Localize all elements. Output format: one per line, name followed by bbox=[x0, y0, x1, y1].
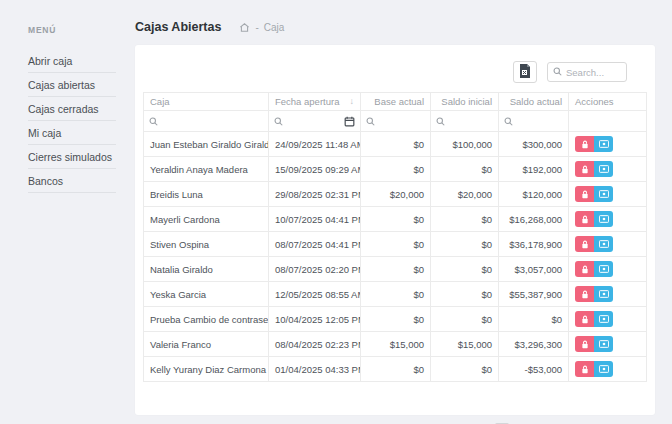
cell-inicial: $0 bbox=[431, 307, 499, 332]
filter-base[interactable] bbox=[361, 111, 431, 132]
close-box-button[interactable] bbox=[575, 261, 594, 277]
table-row: Breidis Luna 29/08/2025 02:31 PM $20,000… bbox=[144, 182, 647, 207]
cell-fecha: 24/09/2025 11:48 AM bbox=[269, 132, 361, 157]
cell-caja: Yeska Garcia bbox=[144, 282, 269, 307]
table-row: Yeraldin Anaya Madera 15/09/2025 09:29 A… bbox=[144, 157, 647, 182]
movements-button[interactable] bbox=[594, 161, 613, 177]
cell-base: $0 bbox=[361, 132, 431, 157]
sidebar-menu-list: Abrir caja Cajas abiertas Cajas cerradas… bbox=[28, 49, 116, 193]
column-header-caja[interactable]: Caja bbox=[144, 93, 269, 111]
cell-acciones bbox=[569, 182, 647, 207]
cell-fecha: 15/09/2025 09:29 AM bbox=[269, 157, 361, 182]
sort-desc-icon[interactable]: ↓ bbox=[350, 96, 355, 106]
movements-button[interactable] bbox=[594, 336, 613, 352]
column-header-fecha[interactable]: Fecha apertura ↓ bbox=[269, 93, 361, 111]
cell-actual: $120,000 bbox=[499, 182, 569, 207]
cell-caja: Mayerli Cardona bbox=[144, 207, 269, 232]
search-icon bbox=[553, 67, 562, 78]
sidebar-item[interactable]: Mi caja bbox=[28, 121, 116, 145]
cell-base: $0 bbox=[361, 232, 431, 257]
cell-actual: $16,268,000 bbox=[499, 207, 569, 232]
cell-acciones bbox=[569, 282, 647, 307]
export-excel-button[interactable] bbox=[513, 61, 537, 83]
home-icon[interactable] bbox=[239, 22, 250, 33]
money-icon bbox=[599, 190, 609, 198]
cell-base: $0 bbox=[361, 207, 431, 232]
table-row: Prueba Cambio de contraseña 10/04/2025 1… bbox=[144, 307, 647, 332]
cell-caja: Juan Esteban Giraldo Giraldo bbox=[144, 132, 269, 157]
cell-fecha: 10/07/2025 04:41 PM bbox=[269, 207, 361, 232]
sidebar-item[interactable]: Bancos bbox=[28, 169, 116, 193]
column-header-inicial[interactable]: Saldo inicial bbox=[431, 93, 499, 111]
cell-fecha: 29/08/2025 02:31 PM bbox=[269, 182, 361, 207]
cell-fecha: 08/07/2025 02:20 PM bbox=[269, 257, 361, 282]
close-box-button[interactable] bbox=[575, 361, 594, 377]
close-box-button[interactable] bbox=[575, 186, 594, 202]
movements-button[interactable] bbox=[594, 186, 613, 202]
movements-button[interactable] bbox=[594, 211, 613, 227]
table-row: Juan Esteban Giraldo Giraldo 24/09/2025 … bbox=[144, 132, 647, 157]
cell-base: $0 bbox=[361, 157, 431, 182]
close-box-button[interactable] bbox=[575, 336, 594, 352]
filter-acciones-empty bbox=[569, 111, 647, 132]
calendar-icon bbox=[344, 116, 355, 127]
column-header-base[interactable]: Base actual bbox=[361, 93, 431, 111]
sidebar-item[interactable]: Cajas cerradas bbox=[28, 97, 116, 121]
cell-caja: Natalia Giraldo bbox=[144, 257, 269, 282]
cell-caja: Yeraldin Anaya Madera bbox=[144, 157, 269, 182]
search-input[interactable] bbox=[566, 67, 621, 78]
movements-button[interactable] bbox=[594, 311, 613, 327]
column-header-actual[interactable]: Saldo actual bbox=[499, 93, 569, 111]
filter-caja[interactable] bbox=[144, 111, 269, 132]
close-box-button[interactable] bbox=[575, 161, 594, 177]
content-card: Caja Fecha apertura ↓ Base actual Saldo … bbox=[135, 45, 655, 415]
cell-actual: $36,178,900 bbox=[499, 232, 569, 257]
cell-inicial: $15,000 bbox=[431, 332, 499, 357]
cell-actual: $3,296,300 bbox=[499, 332, 569, 357]
sidebar-item[interactable]: Cierres simulados bbox=[28, 145, 116, 169]
lock-icon bbox=[581, 240, 589, 249]
movements-button[interactable] bbox=[594, 286, 613, 302]
close-box-button[interactable] bbox=[575, 311, 594, 327]
table-body: Juan Esteban Giraldo Giraldo 24/09/2025 … bbox=[144, 132, 647, 382]
cell-base: $0 bbox=[361, 282, 431, 307]
card-toolbar bbox=[143, 61, 647, 83]
cell-inicial: $0 bbox=[431, 157, 499, 182]
sidebar-item[interactable]: Abrir caja bbox=[28, 49, 116, 73]
cell-inicial: $0 bbox=[431, 232, 499, 257]
movements-button[interactable] bbox=[594, 136, 613, 152]
search-icon bbox=[436, 117, 445, 126]
close-box-button[interactable] bbox=[575, 286, 594, 302]
search-icon bbox=[274, 117, 283, 126]
column-header-acciones: Acciones bbox=[569, 93, 647, 111]
cell-base: $0 bbox=[361, 357, 431, 382]
table-row: Valeria Franco 08/04/2025 02:23 PM $15,0… bbox=[144, 332, 647, 357]
lock-icon bbox=[581, 340, 589, 349]
filter-inicial[interactable] bbox=[431, 111, 499, 132]
sidebar: MENÚ Abrir caja Cajas abiertas Cajas cer… bbox=[0, 0, 128, 424]
cell-actual: $192,000 bbox=[499, 157, 569, 182]
close-box-button[interactable] bbox=[575, 136, 594, 152]
close-box-button[interactable] bbox=[575, 211, 594, 227]
filter-fecha[interactable] bbox=[269, 111, 361, 132]
movements-button[interactable] bbox=[594, 261, 613, 277]
cell-actual: $300,000 bbox=[499, 132, 569, 157]
movements-button[interactable] bbox=[594, 361, 613, 377]
lock-icon bbox=[581, 215, 589, 224]
table-row: Kelly Yurany Diaz Carmona 01/04/2025 04:… bbox=[144, 357, 647, 382]
close-box-button[interactable] bbox=[575, 236, 594, 252]
table-filter-row bbox=[144, 111, 647, 132]
cajas-table: Caja Fecha apertura ↓ Base actual Saldo … bbox=[143, 92, 647, 382]
cell-acciones bbox=[569, 132, 647, 157]
movements-button[interactable] bbox=[594, 236, 613, 252]
cell-inicial: $0 bbox=[431, 207, 499, 232]
cell-fecha: 01/04/2025 04:33 PM bbox=[269, 357, 361, 382]
breadcrumb: - Caja bbox=[239, 22, 284, 33]
filter-actual[interactable] bbox=[499, 111, 569, 132]
cell-inicial: $0 bbox=[431, 282, 499, 307]
lock-icon bbox=[581, 315, 589, 324]
cell-fecha: 08/07/2025 04:41 PM bbox=[269, 232, 361, 257]
money-icon bbox=[599, 165, 609, 173]
sidebar-item[interactable]: Cajas abiertas bbox=[28, 73, 116, 97]
cell-inicial: $100,000 bbox=[431, 132, 499, 157]
